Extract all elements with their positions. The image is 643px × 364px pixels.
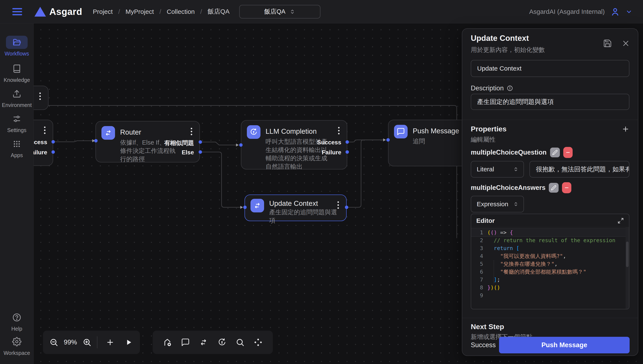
divider: [462, 318, 638, 318]
port-out[interactable]: [346, 140, 349, 144]
edit-property-button[interactable]: [549, 183, 558, 193]
zoom-level[interactable]: 99%: [64, 338, 77, 346]
sidebar: Workflows Knowledge Environment Settings…: [0, 24, 34, 364]
add-property-icon[interactable]: [622, 125, 630, 133]
add-node-icon[interactable]: [163, 338, 172, 347]
indent-guide: [494, 260, 494, 284]
node-desc: 追問: [413, 137, 459, 146]
swap-arrows-icon[interactable]: [199, 338, 208, 347]
user-icon[interactable]: [610, 7, 620, 16]
node-desc: 產生固定的追問問題與選項: [269, 208, 341, 225]
next-step-push-message-button[interactable]: Push Message: [499, 337, 630, 353]
search-icon[interactable]: [236, 338, 244, 347]
description-input[interactable]: 產生固定的追問問題與選項: [471, 94, 630, 110]
zoom-toolbar: 99%: [43, 330, 140, 354]
properties-subheading: 編輯屬性: [471, 136, 630, 144]
remove-property-button[interactable]: [562, 182, 571, 193]
output-else[interactable]: Else: [182, 149, 194, 156]
swap-arrows-icon: [102, 126, 115, 140]
port-in[interactable]: [239, 143, 242, 147]
chevron-updown-icon: [513, 166, 519, 172]
property-value-input[interactable]: 很抱歉，無法回答此問題，如果有關: [530, 161, 630, 178]
next-step-handle: Success: [471, 341, 496, 349]
sidebar-item-apps[interactable]: Apps: [0, 137, 34, 158]
port-out[interactable]: [52, 150, 55, 154]
node-menu-icon[interactable]: [44, 126, 46, 134]
account-name: AsgardAI (Asgard Internal): [529, 8, 605, 15]
menu-icon[interactable]: [12, 8, 22, 15]
node-menu-icon[interactable]: [338, 127, 340, 134]
canvas-tools-toolbar: [153, 330, 273, 354]
divider: [97, 336, 98, 348]
property-type-select[interactable]: Literal: [471, 161, 524, 178]
folder-icon: [12, 38, 22, 47]
port-out[interactable]: [346, 150, 349, 154]
port-out[interactable]: [198, 140, 202, 144]
sidebar-item-workspace[interactable]: Workspace: [0, 335, 34, 356]
help-icon: [12, 313, 22, 322]
chevron-updown-icon: [289, 8, 296, 15]
sidebar-item-environment[interactable]: Environment: [0, 87, 34, 108]
expand-icon[interactable]: [618, 218, 624, 224]
sidebar-item-workflows[interactable]: Workflows: [0, 36, 34, 57]
breadcrumb-myproject[interactable]: MyProject: [126, 8, 154, 15]
divider: [462, 120, 638, 120]
zoom-in-icon[interactable]: [82, 338, 92, 347]
breadcrumb-project[interactable]: Project: [93, 8, 113, 15]
pencil-icon: [552, 150, 558, 155]
llm-cycle-icon: [247, 125, 260, 139]
port-out[interactable]: [345, 206, 348, 209]
node-update-context[interactable]: Update Context 產生固定的追問問題與選項: [244, 194, 346, 221]
llm-cycle-icon[interactable]: [217, 338, 227, 347]
breadcrumb-workflow[interactable]: 飯店QA: [208, 7, 230, 16]
node-menu-icon[interactable]: [39, 92, 41, 100]
node-partial-start[interactable]: Success Failure: [34, 120, 53, 166]
add-icon[interactable]: [106, 338, 114, 346]
editor-scrollbar[interactable]: [626, 228, 629, 309]
output-failure[interactable]: Failure: [34, 149, 47, 156]
property-type-select[interactable]: Expression: [471, 196, 524, 212]
output-success[interactable]: Success: [317, 139, 341, 146]
port-out[interactable]: [198, 150, 202, 154]
apps-grid-icon: [12, 140, 21, 148]
breadcrumb-collection[interactable]: Collection: [167, 8, 195, 15]
node-menu-icon[interactable]: [338, 201, 339, 209]
port-out[interactable]: [52, 140, 55, 144]
output-success[interactable]: Success: [34, 139, 47, 146]
port-in[interactable]: [243, 206, 247, 209]
sliders-icon: [12, 114, 21, 123]
node-llm-completion[interactable]: LLM Completion 呼叫大型語言模型並產生結構化的資料輸出以輔助流程的…: [241, 120, 347, 170]
move-fit-icon[interactable]: [254, 338, 263, 347]
zoom-out-icon[interactable]: [49, 338, 58, 347]
sidebar-item-knowledge[interactable]: Knowledge: [0, 62, 34, 83]
node-partial-top[interactable]: [34, 86, 48, 110]
port-in[interactable]: [94, 139, 98, 142]
upload-icon: [12, 89, 21, 98]
remove-property-button[interactable]: [563, 147, 572, 158]
workflow-select[interactable]: 飯店QA: [239, 5, 320, 18]
node-title: LLM Completion: [266, 125, 329, 138]
node-router[interactable]: Router 依據If、Else If、Else條件決定工作流程執行的路徑 有相…: [96, 121, 200, 162]
node-menu-icon[interactable]: [191, 128, 192, 135]
expression-editor[interactable]: Editor 1(() => { 2 // return the result …: [471, 214, 630, 309]
output-failure[interactable]: Failure: [322, 149, 341, 156]
next-step-heading: Next Step: [471, 322, 630, 331]
sidebar-item-settings[interactable]: Settings: [0, 112, 34, 133]
swap-arrows-icon: [250, 199, 264, 212]
info-icon[interactable]: [507, 85, 513, 92]
comment-icon[interactable]: [181, 338, 190, 347]
chat-bubble-icon: [394, 125, 408, 138]
save-icon[interactable]: [603, 39, 612, 48]
sidebar-item-help[interactable]: Help: [0, 311, 34, 332]
name-input[interactable]: Update Context: [471, 60, 630, 77]
gear-icon: [12, 337, 22, 346]
code-area[interactable]: 1(() => { 2 // return the result of the …: [471, 227, 629, 299]
chevron-down-icon[interactable]: [626, 8, 632, 15]
output-similar-question[interactable]: 有相似問題: [164, 139, 194, 147]
brand-title: Asgard: [49, 6, 82, 17]
edit-property-button[interactable]: [550, 148, 560, 157]
asgard-logo-icon: [34, 7, 46, 16]
close-icon[interactable]: [622, 39, 630, 48]
port-in[interactable]: [386, 138, 390, 142]
run-play-icon[interactable]: [124, 338, 133, 346]
